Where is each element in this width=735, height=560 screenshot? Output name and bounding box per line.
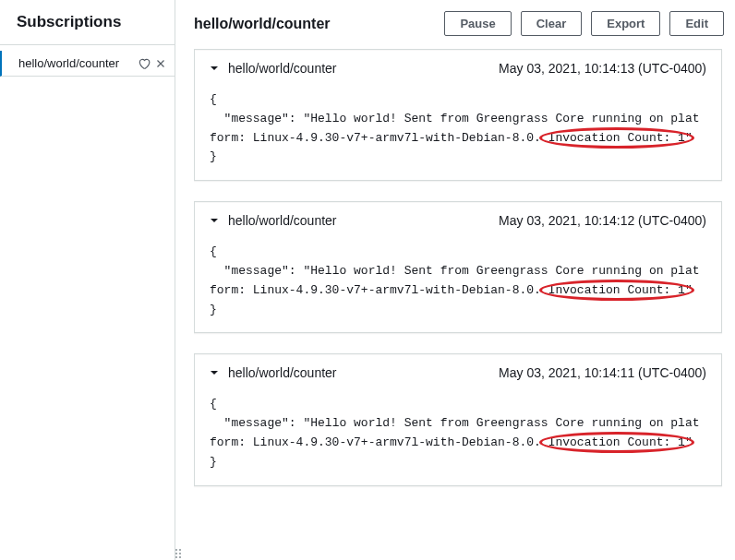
svg-point-2 <box>175 553 177 554</box>
main-panel: hello/world/counter Pause Clear Export E… <box>175 0 735 560</box>
edit-button[interactable]: Edit <box>669 11 724 36</box>
message-list[interactable]: hello/world/counterMay 03, 2021, 10:14:1… <box>194 49 724 560</box>
highlight-ellipse <box>539 432 694 453</box>
highlight-ellipse <box>539 127 694 149</box>
subscription-list: hello/world/counter <box>0 45 175 77</box>
message-timestamp: May 03, 2021, 10:14:13 (UTC-0400) <box>499 61 706 76</box>
heart-icon[interactable] <box>138 57 151 70</box>
page-title: hello/world/counter <box>194 16 435 32</box>
main-header: hello/world/counter Pause Clear Export E… <box>194 11 724 49</box>
svg-point-4 <box>175 556 177 558</box>
chevron-down-icon[interactable] <box>210 216 219 225</box>
message-header[interactable]: hello/world/counterMay 03, 2021, 10:14:1… <box>195 202 721 239</box>
pause-button[interactable]: Pause <box>444 11 511 36</box>
message-card: hello/world/counterMay 03, 2021, 10:14:1… <box>194 353 722 485</box>
sidebar-title: Subscriptions <box>0 0 175 45</box>
message-header[interactable]: hello/world/counterMay 03, 2021, 10:14:1… <box>195 354 721 391</box>
clear-button[interactable]: Clear <box>521 11 583 36</box>
svg-point-3 <box>179 553 181 554</box>
export-button[interactable]: Export <box>591 11 660 36</box>
subscription-item[interactable]: hello/world/counter <box>0 51 175 77</box>
chevron-down-icon[interactable] <box>210 368 219 377</box>
message-card: hello/world/counterMay 03, 2021, 10:14:1… <box>194 201 722 333</box>
message-body: { "message": "Hello world! Sent from Gre… <box>195 391 721 484</box>
resize-handle-icon[interactable] <box>175 549 181 558</box>
close-icon[interactable] <box>154 57 167 70</box>
message-timestamp: May 03, 2021, 10:14:11 (UTC-0400) <box>499 365 706 380</box>
chevron-down-icon[interactable] <box>210 64 219 73</box>
message-body: { "message": "Hello world! Sent from Gre… <box>195 87 721 180</box>
message-topic: hello/world/counter <box>228 61 499 76</box>
highlight-ellipse <box>539 280 694 301</box>
svg-point-0 <box>175 549 177 551</box>
message-topic: hello/world/counter <box>228 365 499 380</box>
message-header[interactable]: hello/world/counterMay 03, 2021, 10:14:1… <box>195 50 721 87</box>
svg-point-1 <box>179 549 181 551</box>
subscription-label: hello/world/counter <box>18 56 134 70</box>
message-topic: hello/world/counter <box>228 213 499 228</box>
message-body: { "message": "Hello world! Sent from Gre… <box>195 239 721 332</box>
message-timestamp: May 03, 2021, 10:14:12 (UTC-0400) <box>499 213 706 228</box>
svg-point-5 <box>179 556 181 558</box>
message-card: hello/world/counterMay 03, 2021, 10:14:1… <box>194 49 722 181</box>
sidebar: Subscriptions hello/world/counter <box>0 0 175 560</box>
